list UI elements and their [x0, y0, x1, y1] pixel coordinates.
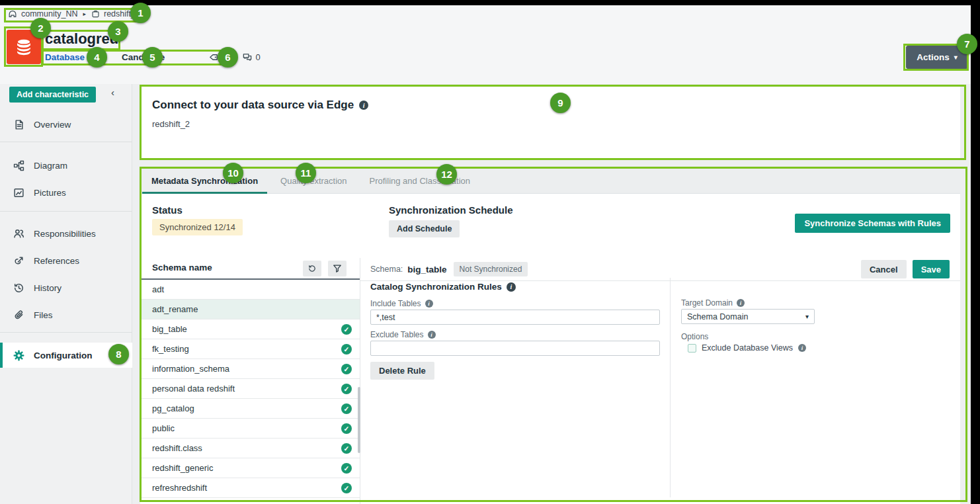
sync-status-badge: Synchronized 12/14: [152, 219, 243, 235]
target-domain-label: Target Domain i: [681, 298, 745, 308]
exclude-views-checkbox[interactable]: [688, 344, 696, 353]
comments-counter[interactable]: 0: [242, 52, 261, 62]
synced-check-icon: ✓: [341, 344, 352, 355]
link-icon: [13, 255, 24, 267]
synced-check-icon: ✓: [341, 423, 352, 434]
breadcrumb-asset[interactable]: redshift_2: [104, 9, 140, 19]
tab-profiling-classification[interactable]: Profiling and Classification: [358, 167, 481, 194]
collapse-sidebar-icon[interactable]: ‹: [111, 87, 114, 98]
schema-row[interactable]: redshift.class✓: [140, 439, 360, 458]
schema-name: adt: [152, 284, 164, 294]
info-icon[interactable]: i: [428, 331, 436, 339]
options-label: Options: [681, 332, 708, 341]
schema-name: redshift_generic: [152, 463, 214, 473]
detail-column-divider: [670, 278, 671, 497]
sidebar-item-history[interactable]: History: [0, 279, 132, 296]
asset-type-link[interactable]: Database: [45, 52, 85, 62]
asset-icon: [91, 10, 100, 19]
tags-counter[interactable]: 0: [208, 52, 227, 62]
schema-row[interactable]: public✓: [140, 419, 360, 439]
schema-row[interactable]: pg_catalog✓: [140, 399, 360, 419]
refresh-button[interactable]: [303, 261, 321, 276]
tags-count: 0: [222, 52, 227, 62]
exclude-tables-input[interactable]: [370, 341, 660, 356]
synced-check-icon: ✓: [341, 364, 352, 374]
sidebar-item-overview[interactable]: Overview: [0, 116, 132, 133]
edge-card-title: Connect to your data source via Edge i: [152, 99, 368, 112]
include-tables-input[interactable]: [370, 310, 660, 325]
exclude-database-views-option: Exclude Database Views i: [688, 343, 806, 353]
sidebar-item-pictures[interactable]: Pictures: [0, 184, 132, 201]
asset-status-link[interactable]: Candidate: [122, 52, 165, 62]
filter-icon: [333, 264, 342, 273]
schema-name: public: [152, 423, 175, 433]
sidebar-item-files[interactable]: Files: [0, 306, 132, 323]
schema-sync-status-badge: Not Synchronized: [454, 262, 528, 276]
document-icon: [13, 119, 24, 130]
schema-row[interactable]: big_table✓: [140, 319, 360, 339]
sidebar-item-label: Diagram: [34, 161, 67, 171]
schema-name: personal data redshift: [152, 384, 235, 394]
status-section-title: Status: [152, 204, 183, 216]
sidebar-item-references[interactable]: References: [0, 252, 132, 269]
breadcrumb-separator-icon: ▸: [81, 11, 87, 17]
sidebar-item-configuration[interactable]: Configuration: [0, 343, 132, 368]
sidebar-divider: [0, 332, 132, 333]
schema-list: Schema name adt✓ adt_rename✓ big_table✓ …: [140, 258, 360, 504]
sidebar-item-diagram[interactable]: Diagram: [0, 157, 132, 174]
tab-quality-extraction[interactable]: Quality extraction: [269, 167, 358, 194]
schema-name: information_schema: [152, 364, 229, 374]
pictures-icon: [13, 187, 24, 198]
schema-detail-name: big_table: [407, 265, 446, 274]
comments-count: 0: [256, 52, 261, 62]
schema-name: adt_rename: [152, 304, 198, 314]
info-icon[interactable]: i: [359, 101, 368, 110]
schema-list-header: Schema name: [140, 258, 360, 280]
top-black-band: [0, 0, 980, 5]
schema-name: fk_testing: [152, 344, 189, 354]
synchronize-schemas-button[interactable]: Synchronize Schemas with Rules: [795, 214, 950, 233]
rules-section-title: Catalog Synchronization Rules i: [370, 282, 516, 292]
schema-row[interactable]: personal data redshift✓: [140, 379, 360, 399]
sidebar-divider: [0, 142, 132, 142]
schema-row[interactable]: adt✓: [140, 280, 360, 300]
info-icon[interactable]: i: [798, 344, 806, 352]
schema-name: redshift.class: [152, 443, 202, 453]
actions-button[interactable]: Actions ▾: [906, 46, 968, 69]
synced-check-icon: ✓: [341, 483, 352, 493]
target-domain-value: Schema Domain: [687, 312, 748, 321]
schema-row[interactable]: information_schema✓: [140, 359, 360, 379]
info-icon[interactable]: i: [737, 299, 745, 307]
delete-rule-button[interactable]: Delete Rule: [370, 362, 434, 380]
schema-name: pg_catalog: [152, 403, 194, 413]
breadcrumb-community[interactable]: community_NN: [21, 9, 77, 19]
save-button[interactable]: Save: [913, 260, 950, 278]
synced-check-icon: ✓: [341, 403, 352, 414]
schema-detail-header: Schema: big_table Not Synchronized Cance…: [360, 258, 960, 281]
right-black-band: [971, 0, 980, 504]
schema-name-column-header: Schema name: [152, 263, 212, 273]
synchronization-panel: Metadata Synchronization Quality extract…: [140, 167, 960, 504]
schema-row[interactable]: redshift_generic✓: [140, 458, 360, 478]
schema-row-selected[interactable]: adt_rename✓: [140, 300, 360, 319]
tag-icon: [208, 52, 219, 62]
sidebar-divider: [0, 211, 132, 212]
database-asset-logo: [7, 30, 41, 64]
target-domain-select[interactable]: Schema Domain ▾: [681, 309, 815, 324]
schema-row[interactable]: refreshredshift✓: [140, 478, 360, 498]
sidebar-item-responsibilities[interactable]: Responsibilities: [0, 225, 132, 242]
diagram-icon: [13, 160, 24, 171]
schema-row[interactable]: fk_testing✓: [140, 339, 360, 359]
schema-detail: Schema: big_table Not Synchronized Cance…: [360, 258, 960, 504]
add-characteristic-button[interactable]: Add characteristic: [9, 87, 96, 103]
add-schedule-button[interactable]: Add Schedule: [389, 220, 460, 237]
exclude-tables-label: Exclude Tables i: [370, 330, 436, 339]
info-icon[interactable]: i: [425, 300, 433, 308]
synced-check-icon: ✓: [341, 443, 352, 454]
tab-metadata-synchronization[interactable]: Metadata Synchronization: [140, 167, 269, 194]
sidebar-item-label: Pictures: [34, 188, 66, 198]
cancel-button[interactable]: Cancel: [861, 260, 907, 278]
filter-button[interactable]: [328, 261, 347, 276]
info-icon[interactable]: i: [507, 282, 516, 292]
actions-label: Actions: [917, 52, 950, 62]
